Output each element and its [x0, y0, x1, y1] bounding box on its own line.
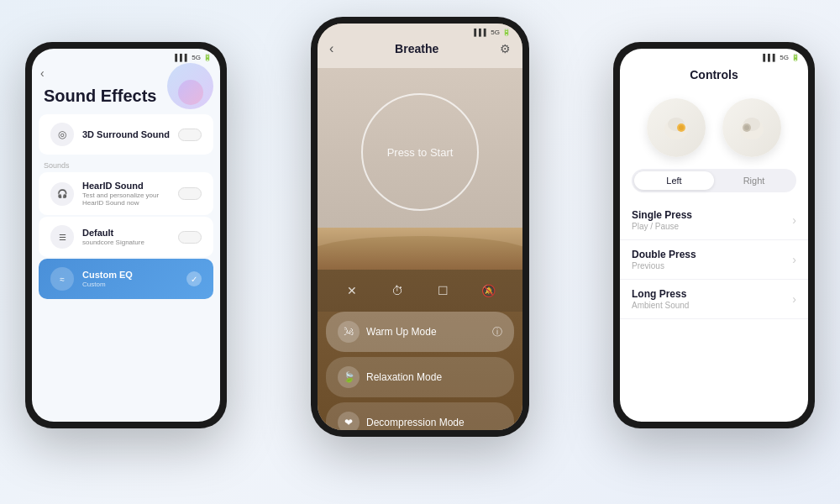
center-battery: 🔋 — [502, 29, 511, 36]
custom-eq-title: Custom EQ — [82, 270, 178, 280]
right-battery: 🔋 — [791, 54, 800, 61]
single-press-chevron: › — [792, 213, 796, 227]
left-signal-icon: ▌▌▌ — [175, 54, 189, 61]
sound-3d-icon: ◎ — [50, 123, 74, 146]
right-tab[interactable]: Right — [714, 171, 794, 190]
custom-eq-check: ✓ — [186, 271, 202, 286]
hearid-icon: 🎧 — [50, 182, 74, 206]
long-press-control[interactable]: Long Press Ambient Sound › — [620, 280, 808, 319]
center-back-button[interactable]: ‹ — [329, 41, 333, 56]
right-earbud-svg — [735, 111, 769, 144]
center-status-bar: ▌▌▌ 5G 🔋 — [329, 29, 511, 38]
single-press-control[interactable]: Single Press Play / Pause › — [620, 201, 808, 240]
press-to-start-circle[interactable]: Press to Start — [361, 93, 479, 211]
decompression-icon: ❤ — [338, 412, 360, 430]
right-network: 5G — [780, 54, 789, 61]
sound-item-default[interactable]: ☰ Default soundcore Signature — [39, 217, 213, 257]
sounds-section-label: Sounds — [32, 156, 220, 172]
default-icon: ☰ — [50, 225, 74, 249]
decompression-label: Decompression Mode — [366, 417, 502, 428]
left-earbud — [647, 98, 706, 157]
svg-point-3 — [679, 125, 684, 130]
hearid-subtitle: Test and personalize your HearID Sound n… — [82, 192, 170, 207]
default-subtitle: soundcore Signature — [82, 239, 170, 246]
right-signal-icon: ▌▌▌ — [763, 54, 777, 61]
single-press-subtitle: Play / Pause — [632, 222, 792, 231]
left-battery: 🔋 — [203, 54, 212, 61]
center-nav-bar: ‹ Breathe ⚙ — [329, 38, 511, 63]
center-signal-icon: ▌▌▌ — [474, 29, 488, 36]
svg-point-7 — [744, 125, 749, 130]
relaxation-icon: 🍃 — [338, 366, 360, 388]
single-press-title: Single Press — [632, 209, 792, 221]
sound-3d-toggle[interactable] — [178, 129, 202, 141]
custom-eq-subtitle: Custom — [82, 281, 178, 288]
right-screen-title: Controls — [620, 63, 808, 90]
sound-item-hearid[interactable]: 🎧 HearID Sound Test and personalize your… — [39, 172, 213, 215]
sound-3d-title: 3D Surround Sound — [82, 129, 170, 139]
long-press-subtitle: Ambient Sound — [632, 301, 792, 310]
warm-up-mode-button[interactable]: 🌬 Warm Up Mode ⓘ — [326, 312, 514, 352]
relaxation-label: Relaxation Mode — [366, 371, 502, 383]
settings-icon[interactable]: ⚙ — [500, 42, 511, 55]
left-status-bar: ▌▌▌ 5G 🔋 — [32, 49, 220, 63]
default-toggle[interactable] — [178, 231, 202, 244]
left-network: 5G — [192, 54, 201, 61]
double-press-control[interactable]: Double Press Previous › — [620, 240, 808, 280]
center-screen-title: Breathe — [395, 42, 438, 55]
custom-eq-icon: ≈ — [50, 267, 74, 291]
press-circle-label: Press to Start — [387, 146, 454, 159]
right-status-bar: ▌▌▌ 5G 🔋 — [620, 49, 808, 63]
mute-icon[interactable]: 🔕 — [475, 278, 501, 303]
left-tab[interactable]: Left — [634, 171, 714, 190]
sound-item-custom-eq[interactable]: ≈ Custom EQ Custom ✓ — [39, 259, 213, 299]
relaxation-mode-button[interactable]: 🍃 Relaxation Mode — [326, 357, 514, 397]
control-icons-row: ✕ ⏱ ☐ 🔕 — [318, 270, 522, 312]
hearid-title: HearID Sound — [82, 181, 170, 191]
decompression-mode-button[interactable]: ❤ Decompression Mode — [326, 402, 514, 430]
double-press-title: Double Press — [632, 249, 792, 260]
double-press-subtitle: Previous — [632, 261, 792, 270]
sound-item-3d[interactable]: ◎ 3D Surround Sound — [39, 114, 213, 155]
phone-left: ▌▌▌ 5G 🔋 ‹ Sound Effects ◎ 3D Surround S… — [25, 42, 227, 428]
breathe-circle-area: Press to Start — [318, 68, 522, 228]
left-earbud-svg — [659, 111, 693, 144]
no-sound-icon[interactable]: ✕ — [339, 278, 365, 303]
long-press-chevron: › — [792, 292, 796, 306]
earbuds-display — [620, 90, 808, 169]
timer-icon[interactable]: ⏱ — [385, 278, 410, 303]
long-press-title: Long Press — [632, 288, 792, 300]
warm-up-label: Warm Up Mode — [366, 326, 486, 338]
phone-center: ▌▌▌ 5G 🔋 ‹ Breathe ⚙ Press to Start — [311, 17, 529, 437]
warm-up-icon: 🌬 — [338, 321, 360, 343]
default-title: Default — [82, 228, 170, 238]
repeat-icon[interactable]: ☐ — [430, 278, 455, 303]
desert-landscape — [318, 228, 522, 270]
double-press-chevron: › — [792, 253, 796, 266]
center-network: 5G — [491, 29, 500, 36]
right-earbud — [722, 98, 781, 157]
warm-up-info-icon[interactable]: ⓘ — [492, 325, 502, 339]
left-right-tabs: Left Right — [632, 169, 796, 192]
phone-right: ▌▌▌ 5G 🔋 Controls — [613, 42, 815, 428]
hearid-toggle[interactable] — [178, 187, 202, 200]
